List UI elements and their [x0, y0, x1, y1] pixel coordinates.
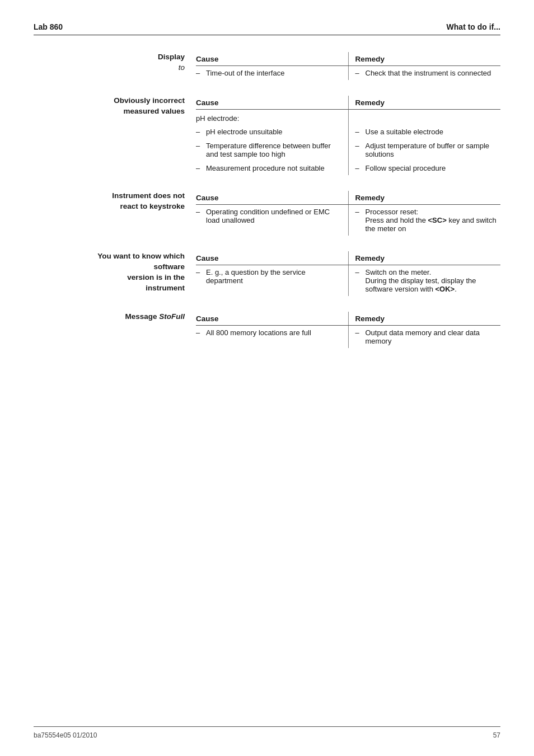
remedy-cell: –Check that the instrument is connected: [348, 66, 500, 81]
dash-icon: –: [196, 164, 204, 172]
main-content: DisplaytoCauseRemedy–Time-out of the int…: [34, 52, 500, 364]
dash-icon: –: [196, 142, 204, 158]
table-row: –Operating condition undefined or EMC lo…: [196, 205, 500, 236]
cause-header: Cause: [196, 191, 348, 205]
remedy-empty: [348, 110, 500, 125]
remedy-text: Processor reset:Press and hold the <SC> …: [366, 208, 501, 233]
table-header-row: CauseRemedy: [196, 312, 500, 326]
remedy-header: Remedy: [348, 52, 500, 66]
remedy-cell: –Follow special procedure: [348, 161, 500, 175]
section-obviously-incorrect: Obviously incorrectmeasured valuesCauseR…: [34, 96, 500, 175]
dash-icon: –: [196, 208, 204, 224]
section-label-col-obviously-incorrect: Obviously incorrectmeasured values: [34, 96, 196, 175]
footer-right: 57: [493, 731, 500, 739]
section-instrument-does-not: Instrument does notreact to keystrokeCau…: [34, 191, 500, 236]
cause-cell: –Measurement procedure not suitable: [196, 161, 348, 175]
cause-remedy-table-instrument-does-not: CauseRemedy–Operating condition undefine…: [196, 191, 500, 236]
header-right: What to do if...: [447, 22, 500, 31]
dash-icon: –: [355, 164, 363, 172]
cause-text: E. g., a question by the service departm…: [206, 268, 343, 285]
section-display-to: DisplaytoCauseRemedy–Time-out of the int…: [34, 52, 500, 80]
cause-remedy-table-message-stofull: CauseRemedy–All 800 memory locations are…: [196, 312, 500, 348]
remedy-text: Follow special procedure: [366, 164, 446, 172]
cause-sublabel: pH electrode:: [196, 110, 348, 125]
header-left: Lab 860: [34, 22, 63, 31]
cause-text: Measurement procedure not suitable: [206, 164, 325, 172]
remedy-cell: –Use a suitable electrode: [348, 125, 500, 139]
footer-left: ba75554e05 01/2010: [34, 731, 97, 739]
cause-text: All 800 memory locations are full: [206, 328, 311, 337]
dash-icon: –: [355, 128, 363, 136]
cause-header: Cause: [196, 312, 348, 326]
table-header-row: CauseRemedy: [196, 96, 500, 110]
table-header-row: CauseRemedy: [196, 191, 500, 205]
page-header: Lab 860 What to do if...: [34, 22, 500, 35]
dash-icon: –: [196, 268, 204, 285]
section-label-message-stofull: Message StoFull: [125, 312, 185, 322]
table-row: –Measurement procedure not suitable–Foll…: [196, 161, 500, 175]
dash-icon: –: [355, 268, 363, 293]
cause-text: Temperature difference between buffer an…: [206, 142, 343, 158]
section-table-col-instrument-does-not: CauseRemedy–Operating condition undefine…: [196, 191, 500, 236]
page: Lab 860 What to do if... DisplaytoCauseR…: [0, 0, 534, 756]
remedy-text: Adjust temperature of buffer or sample s…: [366, 142, 501, 158]
cause-text: Time-out of the interface: [206, 69, 284, 77]
section-label-software-version: You want to know whichsoftwareversion is…: [97, 251, 185, 294]
remedy-text: Check that the instrument is connected: [366, 69, 491, 77]
cause-remedy-table-software-version: CauseRemedy–E. g., a question by the ser…: [196, 251, 500, 296]
dash-icon: –: [355, 328, 363, 345]
dash-icon: –: [196, 69, 204, 77]
cause-cell: –Time-out of the interface: [196, 66, 348, 81]
table-row: –Time-out of the interface–Check that th…: [196, 66, 500, 81]
section-message-stofull: Message StoFullCauseRemedy–All 800 memor…: [34, 312, 500, 348]
table-header-row: CauseRemedy: [196, 251, 500, 265]
cause-header: Cause: [196, 251, 348, 265]
cause-header: Cause: [196, 96, 348, 110]
dash-icon: –: [355, 69, 363, 77]
cause-remedy-table-display-to: CauseRemedy–Time-out of the interface–Ch…: [196, 52, 500, 80]
dash-icon: –: [355, 142, 363, 158]
section-table-col-display-to: CauseRemedy–Time-out of the interface–Ch…: [196, 52, 500, 80]
section-label-col-message-stofull: Message StoFull: [34, 312, 196, 348]
section-table-col-message-stofull: CauseRemedy–All 800 memory locations are…: [196, 312, 500, 348]
table-row: –All 800 memory locations are full–Outpu…: [196, 326, 500, 349]
cause-remedy-table-obviously-incorrect: CauseRemedypH electrode:–pH electrode un…: [196, 96, 500, 175]
section-label-display-to: Displayto: [158, 52, 185, 73]
section-label-col-instrument-does-not: Instrument does notreact to keystroke: [34, 191, 196, 236]
dash-icon: –: [355, 208, 363, 233]
table-header-row: CauseRemedy: [196, 52, 500, 66]
cause-cell: –Temperature difference between buffer a…: [196, 139, 348, 161]
remedy-cell: –Switch on the meter.During the display …: [348, 265, 500, 297]
section-table-col-software-version: CauseRemedy–E. g., a question by the ser…: [196, 251, 500, 296]
remedy-text: Switch on the meter.During the display t…: [366, 268, 501, 293]
cause-cell: –Operating condition undefined or EMC lo…: [196, 205, 348, 236]
remedy-header: Remedy: [348, 96, 500, 110]
table-row: –E. g., a question by the service depart…: [196, 265, 500, 297]
table-row: –Temperature difference between buffer a…: [196, 139, 500, 161]
cause-cell: –E. g., a question by the service depart…: [196, 265, 348, 297]
remedy-text: Use a suitable electrode: [366, 128, 443, 136]
remedy-cell: –Adjust temperature of buffer or sample …: [348, 139, 500, 161]
table-row: pH electrode:: [196, 110, 500, 125]
dash-icon: –: [196, 328, 204, 337]
remedy-header: Remedy: [348, 191, 500, 205]
remedy-cell: –Output data memory and clear data memor…: [348, 326, 500, 349]
remedy-text: Output data memory and clear data memory: [366, 328, 501, 345]
section-label-col-software-version: You want to know whichsoftwareversion is…: [34, 251, 196, 296]
dash-icon: –: [196, 128, 204, 136]
cause-cell: –All 800 memory locations are full: [196, 326, 348, 349]
page-footer: ba75554e05 01/2010 57: [34, 726, 500, 739]
table-row: –pH electrode unsuitable–Use a suitable …: [196, 125, 500, 139]
remedy-header: Remedy: [348, 251, 500, 265]
section-software-version: You want to know whichsoftwareversion is…: [34, 251, 500, 296]
section-label-col-display-to: Displayto: [34, 52, 196, 80]
cause-cell: –pH electrode unsuitable: [196, 125, 348, 139]
cause-text: pH electrode unsuitable: [206, 128, 283, 136]
remedy-header: Remedy: [348, 312, 500, 326]
cause-text: Operating condition undefined or EMC loa…: [206, 208, 343, 224]
section-label-obviously-incorrect: Obviously incorrectmeasured values: [114, 96, 185, 117]
cause-header: Cause: [196, 52, 348, 66]
section-table-col-obviously-incorrect: CauseRemedypH electrode:–pH electrode un…: [196, 96, 500, 175]
section-label-instrument-does-not: Instrument does notreact to keystroke: [112, 191, 185, 212]
remedy-cell: –Processor reset:Press and hold the <SC>…: [348, 205, 500, 236]
